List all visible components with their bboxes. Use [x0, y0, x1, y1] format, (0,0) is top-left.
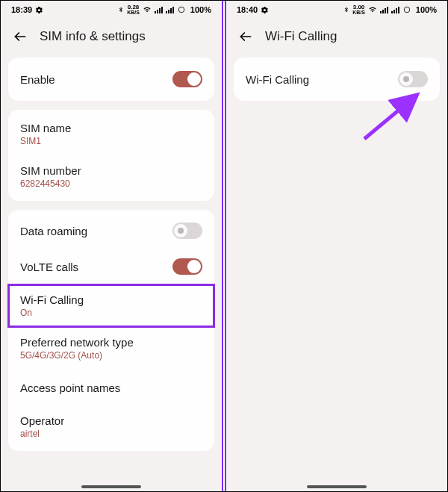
roaming-label: Data roaming: [20, 225, 87, 237]
battery-icon: [177, 6, 186, 13]
row-wifi-calling-toggle[interactable]: Wi-Fi Calling: [234, 60, 440, 98]
row-sim-name[interactable]: SIM name SIM1: [8, 113, 214, 155]
apn-label: Access point names: [20, 382, 120, 394]
sim-number-value: 6282445430: [20, 178, 81, 189]
wifi-calling-toggle[interactable]: [398, 71, 428, 87]
battery-percent: 100%: [190, 5, 211, 14]
preferred-value: 5G/4G/3G/2G (Auto): [20, 350, 134, 361]
page-header: Wi-Fi Calling: [226, 19, 447, 57]
volte-label: VoLTE calls: [20, 261, 78, 273]
card-enable: Enable: [8, 57, 214, 101]
gear-icon: [261, 6, 269, 14]
signal-icon-2: [391, 6, 399, 13]
wifi-calling-label: Wi-Fi Calling: [246, 73, 309, 86]
home-indicator[interactable]: [81, 485, 141, 488]
status-time: 18:39: [11, 5, 32, 14]
row-sim-number[interactable]: SIM number 6282445430: [8, 155, 214, 198]
row-wifi-calling[interactable]: Wi-Fi Calling On: [8, 284, 214, 327]
row-operator[interactable]: Operator airtel: [8, 405, 214, 448]
svg-point-0: [178, 7, 184, 13]
card-sim-info: SIM name SIM1 SIM number 6282445430: [8, 110, 214, 201]
signal-icon-1: [155, 6, 163, 13]
phone-screen-left: 18:39 0.28KB/S 100% SIM info & settings …: [1, 1, 223, 491]
row-preferred-network[interactable]: Preferred network type 5G/4G/3G/2G (Auto…: [8, 327, 214, 370]
sim-name-label: SIM name: [20, 122, 71, 134]
status-bar: 18:39 0.28KB/S 100%: [1, 1, 222, 19]
network-speed: 0.28KB/S: [127, 4, 140, 15]
wifi-icon: [368, 6, 377, 13]
page-header: SIM info & settings: [1, 19, 222, 57]
wifi-calling-label: Wi-Fi Calling: [20, 293, 84, 306]
row-data-roaming[interactable]: Data roaming: [8, 213, 214, 249]
page-title: Wi-Fi Calling: [265, 29, 337, 44]
home-indicator[interactable]: [307, 485, 367, 488]
svg-line-4: [364, 97, 414, 139]
preferred-label: Preferred network type: [20, 336, 134, 349]
status-bar: 18:40 3.00KB/S 100%: [226, 1, 447, 19]
bluetooth-icon: [118, 6, 124, 13]
sim-name-value: SIM1: [20, 136, 71, 146]
signal-icon-2: [166, 6, 174, 13]
back-arrow-icon[interactable]: [238, 29, 253, 44]
battery-icon: [402, 6, 411, 13]
enable-toggle[interactable]: [172, 71, 202, 87]
enable-label: Enable: [20, 73, 55, 86]
back-arrow-icon[interactable]: [13, 29, 28, 44]
row-apn[interactable]: Access point names: [8, 370, 214, 405]
gear-icon: [35, 6, 43, 14]
operator-value: airtel: [20, 429, 64, 439]
roaming-toggle[interactable]: [172, 222, 202, 239]
page-title: SIM info & settings: [40, 29, 146, 44]
wifi-icon: [143, 6, 152, 13]
wifi-calling-value: On: [20, 308, 84, 318]
svg-point-2: [404, 7, 410, 13]
row-volte[interactable]: VoLTE calls: [8, 249, 214, 284]
signal-icon-1: [380, 6, 388, 13]
phone-screen-right: 18:40 3.00KB/S 100% Wi-Fi Calling Wi-Fi …: [225, 1, 447, 491]
network-speed: 3.00KB/S: [352, 4, 365, 15]
card-wifi-calling: Wi-Fi Calling: [234, 57, 440, 101]
sim-number-label: SIM number: [20, 164, 81, 177]
card-network: Data roaming VoLTE calls Wi-Fi Calling O…: [8, 210, 214, 451]
operator-label: Operator: [20, 414, 64, 427]
status-time: 18:40: [237, 5, 258, 14]
volte-toggle[interactable]: [172, 258, 202, 275]
row-enable[interactable]: Enable: [8, 60, 214, 98]
battery-percent: 100%: [416, 5, 437, 14]
bluetooth-icon: [343, 6, 349, 13]
